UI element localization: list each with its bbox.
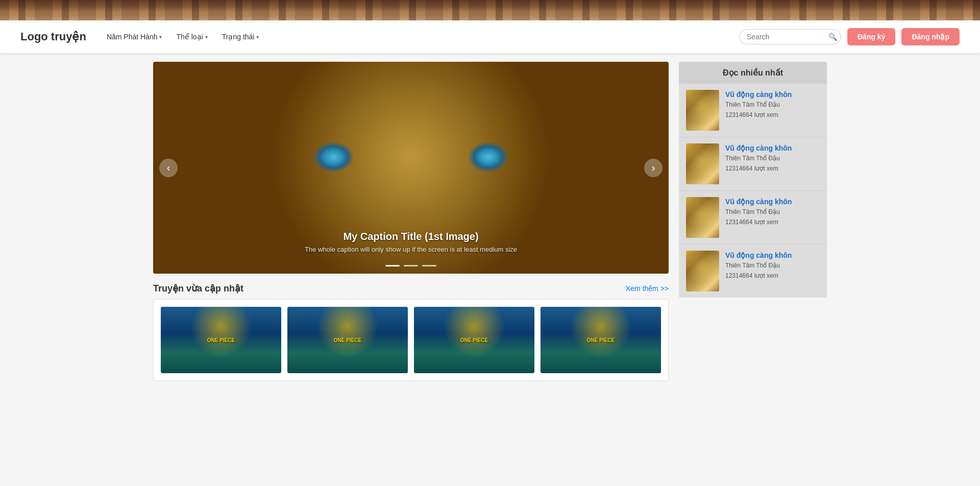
sidebar-info-4: Vũ động càng khôn Thiên Tâm Thổ Đậu 1231… (725, 251, 820, 279)
login-button[interactable]: Đăng nhập (901, 28, 960, 45)
sidebar-thumb-1 (686, 90, 719, 131)
manga-cover-4: ONE PIECE (541, 307, 661, 373)
sidebar-item-author-2: Thiên Tâm Thổ Đậu (725, 155, 820, 162)
carousel-prev-button[interactable]: ‹ (159, 159, 178, 177)
sidebar-item-views-3: 12314664 lượt xem (725, 218, 820, 226)
main-container: ‹ › My Caption Title (1st Image) The who… (133, 54, 847, 389)
content-main: ‹ › My Caption Title (1st Image) The who… (153, 62, 669, 381)
manga-cover-image-3: ONE PIECE (414, 307, 534, 373)
sidebar-section-most-read: Đọc nhiều nhất Vũ động càng khôn Thiên T… (679, 62, 827, 298)
manga-cover-image-1: ONE PIECE (161, 307, 281, 373)
sidebar-item-title-1: Vũ động càng khôn (725, 90, 820, 99)
sidebar-item-title-4: Vũ động càng khôn (725, 251, 820, 260)
sidebar-info-3: Vũ động càng khôn Thiên Tâm Thổ Đậu 1231… (725, 197, 820, 226)
sidebar-section-title: Đọc nhiều nhất (679, 62, 827, 84)
sidebar-info-2: Vũ động càng khôn Thiên Tâm Thổ Đậu 1231… (725, 143, 820, 172)
nav-item-genre[interactable]: Thể loại ▾ (171, 30, 212, 44)
sidebar-item-2[interactable]: Vũ động càng khôn Thiên Tâm Thổ Đậu 1231… (679, 137, 827, 191)
carousel-dot-1[interactable] (385, 265, 400, 266)
sidebar-item-3[interactable]: Vũ động càng khôn Thiên Tâm Thổ Đậu 1231… (679, 191, 827, 245)
manga-cover-image-2: ONE PIECE (287, 307, 408, 373)
sidebar-thumb-3 (686, 197, 719, 238)
chevron-down-icon: ▾ (205, 34, 208, 40)
sidebar-thumb-image-1 (686, 90, 719, 131)
manga-card-4[interactable]: ONE PIECE (541, 307, 661, 373)
section-title-recent: Truyện vừa cập nhật (153, 283, 243, 294)
sidebar-thumb-4 (686, 251, 719, 291)
sidebar-item-title-2: Vũ động càng khôn (725, 143, 820, 153)
nav-menu: Năm Phát Hành ▾ Thể loại ▾ Trạng thái ▾ (102, 30, 264, 44)
section-header-recent: Truyện vừa cập nhật Xem thêm >> (153, 283, 669, 294)
carousel-caption: My Caption Title (1st Image) The whole c… (153, 231, 669, 253)
manga-cover-3: ONE PIECE (414, 307, 534, 373)
sidebar-thumb-image-4 (686, 251, 719, 291)
manga-card-1[interactable]: ONE PIECE (161, 307, 281, 373)
sidebar-item-views-4: 12314664 lượt xem (725, 272, 820, 279)
sidebar-item-author-1: Thiên Tâm Thổ Đậu (725, 101, 820, 108)
nav-item-status[interactable]: Trạng thái ▾ (217, 30, 264, 44)
sidebar-item-author-4: Thiên Tâm Thổ Đậu (725, 262, 820, 269)
manga-card-2[interactable]: ONE PIECE (287, 307, 408, 373)
sidebar-item-views-2: 12314664 lượt xem (725, 165, 820, 172)
sidebar-thumb-image-3 (686, 197, 719, 238)
sidebar-info-1: Vũ động càng khôn Thiên Tâm Thổ Đậu 1231… (725, 90, 820, 118)
navbar-left: Logo truyện Năm Phát Hành ▾ Thể loại ▾ T… (20, 30, 264, 44)
header-banner (0, 0, 980, 20)
sidebar-thumb-image-2 (686, 143, 719, 184)
navbar-right: 🔍 Đăng ký Đăng nhập (739, 28, 960, 45)
logo: Logo truyện (20, 30, 86, 43)
carousel-next-button[interactable]: › (644, 159, 663, 177)
manga-card-3[interactable]: ONE PIECE (414, 307, 534, 373)
manga-grid-container: ONE PIECE ONE PIECE ONE PIECE (153, 299, 669, 381)
sidebar-item-title-3: Vũ động càng khôn (725, 197, 820, 206)
navbar: Logo truyện Năm Phát Hành ▾ Thể loại ▾ T… (0, 20, 980, 54)
sidebar-item-views-1: 12314664 lượt xem (725, 111, 820, 118)
manga-grid: ONE PIECE ONE PIECE ONE PIECE (161, 307, 661, 373)
carousel-dot-3[interactable] (422, 265, 436, 266)
search-box[interactable]: 🔍 (739, 29, 841, 44)
manga-cover-2: ONE PIECE (287, 307, 408, 373)
search-input[interactable] (747, 33, 828, 41)
carousel: ‹ › My Caption Title (1st Image) The who… (153, 62, 669, 274)
carousel-dot-2[interactable] (404, 265, 418, 266)
manga-cover-1: ONE PIECE (161, 307, 281, 373)
sidebar-thumb-2 (686, 143, 719, 184)
search-icon: 🔍 (828, 33, 837, 41)
sidebar-item-4[interactable]: Vũ động càng khôn Thiên Tâm Thổ Đậu 1231… (679, 245, 827, 298)
sidebar-item-1[interactable]: Vũ động càng khôn Thiên Tâm Thổ Đậu 1231… (679, 84, 827, 137)
carousel-caption-subtitle: The whole caption will only show up if t… (153, 246, 669, 253)
register-button[interactable]: Đăng ký (847, 28, 895, 45)
manga-cover-image-4: ONE PIECE (541, 307, 661, 373)
carousel-dots (385, 265, 436, 266)
sidebar-item-author-3: Thiên Tâm Thổ Đậu (725, 208, 820, 215)
see-more-link[interactable]: Xem thêm >> (626, 284, 669, 293)
sidebar: Đọc nhiều nhất Vũ động càng khôn Thiên T… (679, 62, 827, 381)
sidebar-list: Vũ động càng khôn Thiên Tâm Thổ Đậu 1231… (679, 84, 827, 298)
carousel-caption-title: My Caption Title (1st Image) (153, 231, 669, 242)
chevron-down-icon: ▾ (256, 34, 259, 40)
nav-item-year[interactable]: Năm Phát Hành ▾ (102, 30, 167, 44)
chevron-down-icon: ▾ (159, 34, 162, 40)
